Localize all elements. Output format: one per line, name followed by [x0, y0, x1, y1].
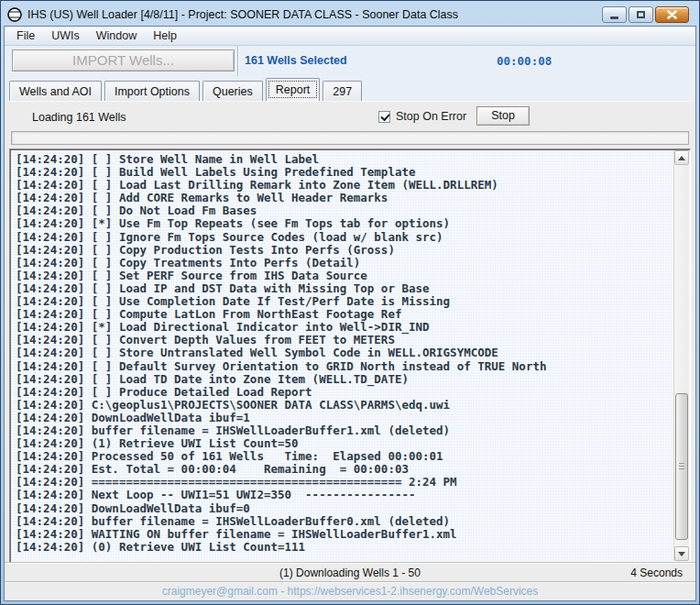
- stop-on-error-control[interactable]: Stop On Error: [378, 110, 466, 123]
- log-view[interactable]: [14:24:20] [ ] Store Well Name in Well L…: [9, 148, 691, 563]
- log-line: [14:24:20] WAITING ON buffer filename = …: [16, 528, 670, 541]
- tab-297[interactable]: 297: [323, 81, 362, 101]
- log-line: [14:24:20] [ ] Store Well Name in Well L…: [16, 153, 670, 166]
- client-area: File UWIs Window Help IMPORT Wells... 16…: [4, 26, 696, 601]
- log-line: [14:24:20] [ ] Do Not Load Fm Bases: [16, 204, 670, 217]
- log-line: [14:24:20] Next Loop -- UWI1=51 UWI2=350…: [16, 489, 670, 501]
- log-line: [14:24:20] [ ] Use Completion Date If Te…: [16, 295, 670, 308]
- scroll-up-icon: [678, 156, 685, 160]
- tab-queries[interactable]: Queries: [202, 81, 263, 101]
- menu-window[interactable]: Window: [88, 27, 145, 45]
- tab-report[interactable]: Report: [266, 78, 321, 101]
- wells-selected-label: 161 Wells Selected: [245, 54, 347, 67]
- minimize-icon: [610, 16, 618, 19]
- scroll-up-button[interactable]: [674, 150, 689, 165]
- log-text: [14:24:20] [ ] Store Well Name in Well L…: [16, 153, 670, 560]
- log-line: [14:24:20] [ ] Copy Treatments Into Perf…: [16, 257, 670, 270]
- app-icon: [7, 7, 22, 22]
- status-bar: (1) Downloading Wells 1 - 50 4 Seconds: [5, 563, 695, 581]
- toolbar: IMPORT Wells... 161 Wells Selected 00:00…: [5, 46, 695, 76]
- log-line: [14:24:20] [ ] Produce Detailed Load Rep…: [16, 386, 670, 399]
- log-line: [14:24:20] [ ] Convert Depth Values from…: [16, 334, 670, 346]
- minimize-button[interactable]: [602, 6, 627, 23]
- log-line: [14:24:20] buffer filename = IHSWellLoad…: [16, 424, 670, 437]
- status-message: (1) Downloading Wells 1 - 50: [279, 566, 421, 579]
- log-line: [14:24:20] DownLoadWellData ibuf=0: [16, 502, 670, 515]
- log-line: [14:24:20] buffer filename = IHSWellLoad…: [16, 515, 670, 528]
- restore-icon: [637, 11, 645, 18]
- menu-bar: File UWIs Window Help: [5, 27, 695, 46]
- footer-text: craigmeyer@gmail.com - https://webservic…: [162, 585, 539, 598]
- tab-import-options[interactable]: Import Options: [104, 81, 200, 101]
- log-line: [14:24:20] [ ] Copy Production Tests Int…: [16, 244, 670, 257]
- tab-wells-and-aoi[interactable]: Wells and AOI: [9, 81, 102, 101]
- log-line: [14:24:20] (1) Retrieve UWI List Count=5…: [16, 437, 670, 450]
- log-line: [14:24:20] Est. Total = 00:00:04 Remaini…: [16, 463, 670, 476]
- log-line: [14:24:20] [*] Load Directional Indicato…: [16, 321, 670, 334]
- loading-status-label: Loading 161 Wells: [32, 111, 126, 124]
- scroll-down-button[interactable]: [674, 546, 689, 561]
- menu-help[interactable]: Help: [145, 27, 185, 45]
- menu-uwis[interactable]: UWIs: [43, 27, 88, 45]
- log-line: [14:24:20] Processed 50 of 161 Wells Tim…: [16, 450, 670, 463]
- stop-on-error-label: Stop On Error: [396, 110, 466, 123]
- log-line: [14:24:20] [ ] Load TD Date into Zone It…: [16, 373, 670, 386]
- log-line: [14:24:20] (0) Retrieve UWI List Count=1…: [16, 541, 670, 554]
- restore-button[interactable]: [629, 6, 653, 23]
- log-line: [14:24:20] [*] Use Fm Top Repeats (see F…: [16, 217, 670, 230]
- log-line: [14:24:20] [ ] Build Well Labels Using P…: [16, 166, 670, 179]
- stop-on-error-checkbox[interactable]: [378, 111, 390, 123]
- progress-bar: [11, 131, 689, 145]
- log-line: [14:24:20] C:\geoplus1\PROJECTS\SOONER D…: [16, 399, 670, 412]
- log-line: [14:24:20] [ ] Load IP and DST Data with…: [16, 282, 670, 295]
- log-line: [14:24:20] [ ] Store Untranslated Well S…: [16, 346, 670, 359]
- close-button[interactable]: [655, 6, 689, 23]
- import-wells-button[interactable]: IMPORT Wells...: [12, 50, 235, 72]
- menu-file[interactable]: File: [8, 27, 43, 45]
- log-line: [14:24:20] [ ] Ignore Fm Tops Source Cod…: [16, 231, 670, 244]
- log-line: [14:24:20] [ ] Set PERF Source from IHS …: [16, 270, 670, 282]
- report-panel: Loading 161 Wells Stop On Error Stop [14…: [5, 101, 695, 600]
- log-scrollbar[interactable]: [673, 150, 689, 561]
- log-line: [14:24:20] DownLoadWellData ibuf=1: [16, 412, 670, 424]
- close-icon: [667, 10, 677, 19]
- scrollbar-thumb[interactable]: [675, 393, 688, 540]
- status-elapsed: 4 Seconds: [630, 566, 683, 579]
- app-window: IHS (US) Well Loader [4/8/11] - Project:…: [0, 0, 700, 605]
- log-line: [14:24:20] [ ] Default Survey Orientatio…: [16, 360, 670, 373]
- toolbar-separator: [237, 46, 238, 76]
- log-line: [14:24:20] [ ] Add CORE Remarks to Well …: [16, 192, 670, 204]
- scroll-down-icon: [678, 552, 685, 556]
- footer-bar: craigmeyer@gmail.com - https://webservic…: [5, 581, 695, 600]
- log-line: [14:24:20] =============================…: [16, 476, 670, 489]
- window-title: IHS (US) Well Loader [4/8/11] - Project:…: [27, 8, 602, 21]
- loading-row: Loading 161 Wells Stop On Error Stop: [5, 102, 695, 131]
- tab-bar: Wells and AOI Import Options Queries Rep…: [5, 76, 695, 101]
- elapsed-timer: 00:00:08: [497, 54, 552, 68]
- title-bar[interactable]: IHS (US) Well Loader [4/8/11] - Project:…: [4, 4, 696, 26]
- log-line: [14:24:20] [ ] Load Last Drilling Remark…: [16, 179, 670, 192]
- stop-button[interactable]: Stop: [476, 106, 530, 126]
- log-line: [14:24:20] [ ] Compute LatLon From North…: [16, 308, 670, 321]
